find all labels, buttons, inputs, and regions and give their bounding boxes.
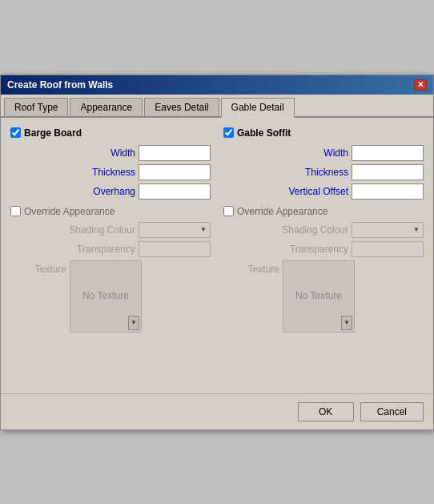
barge-overhang-label: Overhang xyxy=(79,186,135,197)
cancel-button[interactable]: Cancel xyxy=(360,402,424,421)
soffit-transparency-label: Transparency xyxy=(290,244,348,255)
soffit-transparency-input[interactable]: 0 % xyxy=(352,241,424,257)
barge-shading-arrow: ▼ xyxy=(200,226,207,233)
barge-texture-label: Texture xyxy=(10,260,66,275)
soffit-texture-text: No Texture xyxy=(295,290,342,303)
soffit-override-row: Override Appearance xyxy=(223,206,424,217)
dialog: Create Roof from Walls ✕ Roof Type Appea… xyxy=(0,75,434,430)
soffit-vertical-offset-label: Vertical Offset xyxy=(289,186,348,197)
soffit-override-label: Override Appearance xyxy=(237,206,328,217)
soffit-transparency-row: Transparency 0 % xyxy=(223,241,424,257)
barge-transparency-label: Transparency xyxy=(77,244,135,255)
soffit-thickness-label: Thickness xyxy=(292,167,348,178)
barge-width-row: Width 200.00 xyxy=(10,145,211,161)
soffit-vertical-offset-input[interactable]: 20.00 xyxy=(352,183,424,200)
two-column-layout: Barge Board Width 200.00 Thickness 20.00… xyxy=(10,127,424,336)
tab-eaves-detail[interactable]: Eaves Detail xyxy=(144,98,219,116)
barge-width-label: Width xyxy=(79,147,135,159)
spacer xyxy=(10,336,424,384)
soffit-width-row: Width 200.00 xyxy=(223,145,424,161)
barge-width-input[interactable]: 200.00 xyxy=(139,145,211,161)
soffit-thickness-row: Thickness 20.00 xyxy=(223,164,424,180)
tab-roof-type[interactable]: Roof Type xyxy=(4,98,68,116)
bottom-bar: OK Cancel xyxy=(1,393,433,429)
soffit-texture-box[interactable]: No Texture ▼ xyxy=(283,260,355,333)
barge-board-checkbox[interactable] xyxy=(10,127,21,138)
tab-appearance[interactable]: Appearance xyxy=(70,98,143,116)
soffit-shading-arrow: ▼ xyxy=(413,226,420,233)
barge-texture-row: Texture No Texture ▼ xyxy=(10,260,211,333)
barge-thickness-input[interactable]: 20.00 xyxy=(139,164,211,180)
barge-board-label: Barge Board xyxy=(24,127,82,139)
soffit-override-checkbox[interactable] xyxy=(223,206,234,216)
soffit-width-label: Width xyxy=(292,147,348,159)
barge-texture-box[interactable]: No Texture ▼ xyxy=(70,260,142,333)
barge-shading-row: Shading Colour ▼ xyxy=(10,222,211,238)
barge-override-label: Override Appearance xyxy=(24,206,115,217)
soffit-texture-label: Texture xyxy=(223,260,279,275)
content-area: Barge Board Width 200.00 Thickness 20.00… xyxy=(1,118,433,393)
soffit-shading-combo[interactable]: ▼ xyxy=(352,222,424,238)
soffit-shading-row: Shading Colour ▼ xyxy=(223,222,424,238)
dialog-title: Create Roof from Walls xyxy=(7,79,113,91)
barge-texture-chevron[interactable]: ▼ xyxy=(128,316,139,330)
soffit-shading-label: Shading Colour xyxy=(282,224,348,236)
barge-texture-text: No Texture xyxy=(82,290,129,303)
soffit-thickness-input[interactable]: 20.00 xyxy=(352,164,424,180)
barge-shading-label: Shading Colour xyxy=(69,224,135,236)
barge-overhang-row: Overhang 30.00 xyxy=(10,183,211,200)
barge-override-row: Override Appearance xyxy=(10,206,211,217)
ok-button[interactable]: OK xyxy=(298,402,354,421)
soffit-width-input[interactable]: 200.00 xyxy=(352,145,424,161)
barge-transparency-input[interactable]: 0 % xyxy=(139,241,211,257)
soffit-texture-row: Texture No Texture ▼ xyxy=(223,260,424,333)
barge-board-column: Barge Board Width 200.00 Thickness 20.00… xyxy=(10,127,211,336)
barge-thickness-label: Thickness xyxy=(79,167,135,178)
title-bar: Create Roof from Walls ✕ xyxy=(1,75,433,95)
barge-thickness-row: Thickness 20.00 xyxy=(10,164,211,180)
barge-overhang-input[interactable]: 30.00 xyxy=(139,183,211,200)
gable-soffit-header: Gable Soffit xyxy=(223,127,424,139)
barge-override-checkbox[interactable] xyxy=(10,206,21,216)
soffit-texture-chevron[interactable]: ▼ xyxy=(341,316,352,330)
close-button[interactable]: ✕ xyxy=(414,79,427,91)
gable-soffit-label: Gable Soffit xyxy=(237,127,291,139)
barge-board-header: Barge Board xyxy=(10,127,211,139)
tab-bar: Roof Type Appearance Eaves Detail Gable … xyxy=(1,95,433,118)
gable-soffit-checkbox[interactable] xyxy=(223,127,234,138)
barge-transparency-row: Transparency 0 % xyxy=(10,241,211,257)
gable-soffit-column: Gable Soffit Width 200.00 Thickness 20.0… xyxy=(223,127,424,336)
soffit-vertical-offset-row: Vertical Offset 20.00 xyxy=(223,183,424,200)
barge-shading-combo[interactable]: ▼ xyxy=(139,222,211,238)
tab-gable-detail[interactable]: Gable Detail xyxy=(221,98,295,118)
